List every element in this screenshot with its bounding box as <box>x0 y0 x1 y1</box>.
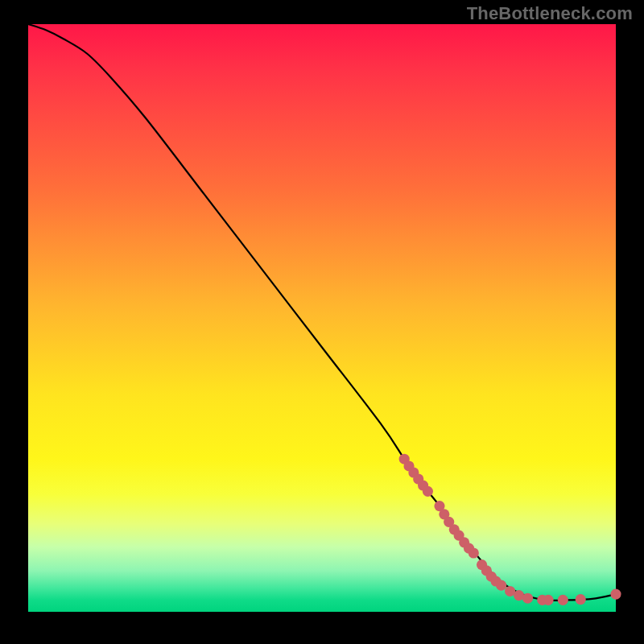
watermark-text: TheBottleneck.com <box>467 3 633 24</box>
chart-marker <box>423 486 433 497</box>
chart-marker <box>522 593 533 604</box>
chart-plot-area <box>28 24 616 612</box>
chart-marker <box>576 594 586 605</box>
chart-marker <box>558 595 568 605</box>
chart-curve <box>28 24 616 601</box>
chart-marker <box>610 589 621 600</box>
chart-frame: TheBottleneck.com <box>0 0 644 644</box>
chart-marker <box>469 547 479 558</box>
chart-marker <box>543 595 553 605</box>
chart-svg-layer <box>28 24 616 612</box>
chart-marker <box>496 580 506 591</box>
